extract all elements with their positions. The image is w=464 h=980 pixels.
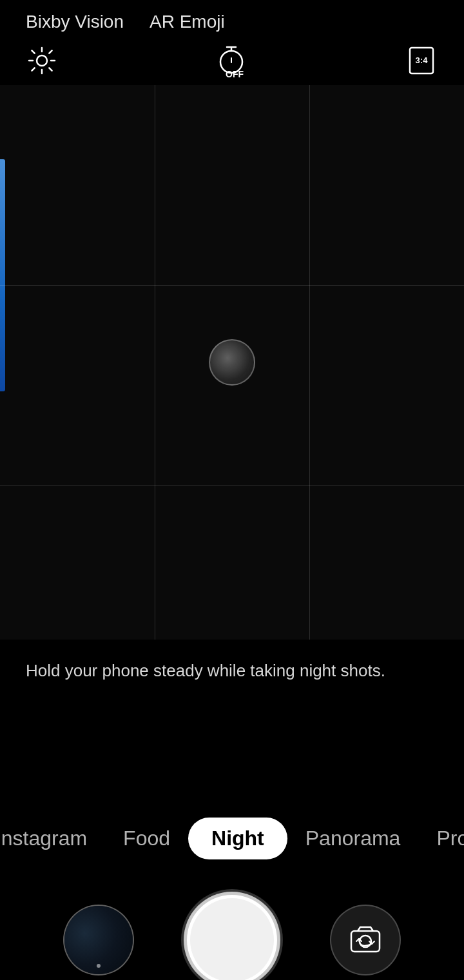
mode-pro[interactable]: Pro bbox=[418, 819, 464, 858]
gallery-thumbnail[interactable] bbox=[63, 905, 134, 975]
hint-area: Hold your phone steady while taking nigh… bbox=[0, 640, 464, 701]
timer-button[interactable]: OFF bbox=[215, 44, 248, 79]
bottom-controls bbox=[0, 872, 464, 980]
svg-point-0 bbox=[37, 55, 47, 66]
mode-panorama[interactable]: Panorama bbox=[287, 819, 419, 858]
focus-circle bbox=[209, 339, 255, 386]
grid-line-v2 bbox=[309, 85, 310, 640]
mode-selector: Instagram Food Night Panorama Pro bbox=[0, 805, 464, 872]
blue-strip bbox=[0, 159, 5, 391]
top-bar: Bixby Vision AR Emoji bbox=[0, 0, 464, 39]
flip-camera-button[interactable] bbox=[330, 905, 401, 975]
controls-row: OFF 3:4 bbox=[0, 39, 464, 85]
svg-rect-4 bbox=[351, 931, 380, 952]
viewfinder[interactable] bbox=[0, 85, 464, 640]
ar-emoji-button[interactable]: AR Emoji bbox=[150, 12, 225, 32]
grid-line-v1 bbox=[155, 85, 155, 640]
mode-night[interactable]: Night bbox=[188, 818, 287, 859]
grid-line-h2 bbox=[0, 485, 464, 485]
bixby-vision-button[interactable]: Bixby Vision bbox=[26, 12, 124, 32]
shutter-button[interactable] bbox=[184, 892, 280, 980]
grid-line-h1 bbox=[0, 285, 464, 286]
timer-off-label: OFF bbox=[226, 69, 244, 79]
spacer bbox=[0, 701, 464, 805]
mode-instagram[interactable]: Instagram bbox=[0, 819, 105, 858]
svg-text:3:4: 3:4 bbox=[416, 55, 429, 65]
aspect-ratio-button[interactable]: 3:4 bbox=[405, 44, 438, 80]
mode-food[interactable]: Food bbox=[105, 819, 188, 858]
settings-button[interactable] bbox=[26, 44, 58, 79]
hint-text: Hold your phone steady while taking nigh… bbox=[26, 661, 385, 680]
